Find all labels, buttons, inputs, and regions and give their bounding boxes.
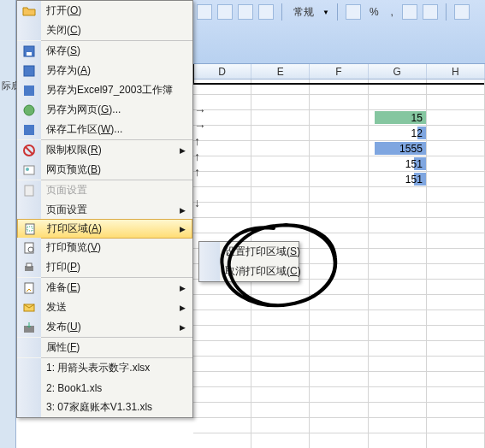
cell[interactable] bbox=[193, 295, 251, 309]
cell[interactable]: 151 bbox=[369, 156, 427, 171]
menu-restrict[interactable]: 限制权限(R)▶ bbox=[17, 140, 192, 160]
cell[interactable] bbox=[427, 264, 485, 279]
cell[interactable] bbox=[369, 295, 427, 309]
cell[interactable] bbox=[193, 418, 251, 433]
cell[interactable] bbox=[251, 387, 310, 402]
cell[interactable] bbox=[251, 295, 310, 309]
cell[interactable] bbox=[251, 80, 310, 94]
cell[interactable] bbox=[427, 156, 485, 171]
toolbar-btn[interactable] bbox=[217, 4, 233, 20]
cell[interactable] bbox=[427, 295, 485, 309]
cell[interactable] bbox=[251, 403, 310, 417]
cell[interactable] bbox=[369, 187, 427, 202]
comma-btn[interactable]: , bbox=[391, 6, 393, 18]
cell[interactable] bbox=[369, 203, 427, 217]
cell[interactable]: 1555 bbox=[369, 141, 427, 156]
cell[interactable] bbox=[369, 326, 427, 340]
cell[interactable] bbox=[310, 403, 368, 417]
menu-page-setup[interactable]: 页面设置▶ bbox=[17, 200, 192, 220]
menu-properties[interactable]: 属性(F) bbox=[17, 338, 192, 357]
cell[interactable] bbox=[310, 156, 368, 171]
number-format-label[interactable]: 常规 bbox=[293, 5, 314, 20]
cell[interactable] bbox=[193, 387, 251, 402]
cell[interactable] bbox=[427, 172, 485, 186]
cell[interactable] bbox=[251, 310, 310, 325]
cell[interactable] bbox=[193, 310, 251, 325]
cell[interactable]: 151 bbox=[369, 172, 427, 186]
cell[interactable] bbox=[369, 280, 427, 294]
cell[interactable] bbox=[310, 126, 368, 140]
column-header[interactable]: F bbox=[310, 64, 368, 79]
cell[interactable] bbox=[369, 233, 427, 248]
cell[interactable] bbox=[427, 203, 485, 217]
menu-send[interactable]: 发送▶ bbox=[17, 298, 192, 317]
cell[interactable] bbox=[427, 387, 485, 402]
menu-close[interactable]: 关闭(C) bbox=[17, 21, 192, 40]
cell[interactable] bbox=[427, 249, 485, 263]
cell[interactable] bbox=[369, 95, 427, 109]
cell[interactable] bbox=[369, 80, 427, 94]
cell[interactable] bbox=[427, 280, 485, 294]
cell[interactable] bbox=[369, 403, 427, 417]
menu-open[interactable]: 打开(O) bbox=[17, 1, 192, 21]
cell[interactable] bbox=[427, 126, 485, 140]
cell[interactable] bbox=[310, 387, 368, 402]
cell[interactable] bbox=[251, 141, 310, 156]
cell[interactable] bbox=[251, 187, 310, 202]
toolbar-btn[interactable] bbox=[423, 4, 438, 20]
cell[interactable] bbox=[427, 418, 485, 433]
cell[interactable] bbox=[427, 110, 485, 125]
cell[interactable] bbox=[310, 141, 368, 156]
cell[interactable] bbox=[427, 341, 485, 356]
cell[interactable] bbox=[427, 403, 485, 417]
cell[interactable] bbox=[310, 357, 368, 371]
toolbar-btn[interactable] bbox=[346, 4, 361, 20]
column-header[interactable]: G bbox=[369, 64, 427, 79]
cell[interactable] bbox=[251, 172, 310, 186]
cell[interactable] bbox=[369, 218, 427, 233]
cell[interactable] bbox=[369, 264, 427, 279]
column-header[interactable]: E bbox=[251, 64, 310, 79]
cell[interactable] bbox=[427, 187, 485, 202]
cell[interactable] bbox=[193, 80, 251, 94]
cell[interactable] bbox=[251, 418, 310, 433]
cell[interactable] bbox=[251, 326, 310, 340]
cell[interactable] bbox=[193, 433, 251, 448]
cell[interactable] bbox=[251, 156, 310, 171]
cell[interactable] bbox=[251, 203, 310, 217]
cell[interactable] bbox=[251, 110, 310, 125]
cell[interactable] bbox=[310, 310, 368, 325]
cell[interactable] bbox=[427, 310, 485, 325]
cell[interactable] bbox=[427, 233, 485, 248]
cell[interactable] bbox=[310, 95, 368, 109]
cell[interactable] bbox=[427, 326, 485, 340]
cell[interactable] bbox=[251, 95, 310, 109]
toolbar-btn[interactable] bbox=[258, 4, 274, 20]
cell[interactable] bbox=[427, 357, 485, 371]
cell[interactable] bbox=[427, 218, 485, 233]
cell[interactable] bbox=[369, 341, 427, 356]
cell[interactable] bbox=[310, 187, 368, 202]
cell[interactable]: 15 bbox=[369, 110, 427, 125]
toolbar-btn[interactable] bbox=[454, 4, 470, 20]
toolbar-btn[interactable] bbox=[238, 4, 253, 20]
cell[interactable]: 12 bbox=[369, 126, 427, 140]
cell[interactable] bbox=[369, 357, 427, 371]
cell[interactable] bbox=[310, 418, 368, 433]
menu-save-workspace[interactable]: 保存工作区(W)... bbox=[17, 120, 192, 139]
cell[interactable] bbox=[251, 357, 310, 371]
percent-btn[interactable]: % bbox=[370, 6, 379, 18]
submenu-clear-print-area[interactable]: 取消打印区域(C) bbox=[199, 262, 299, 281]
menu-web-preview[interactable]: 网页预览(B) bbox=[17, 160, 192, 180]
menu-saveas-web[interactable]: 另存为网页(G)... bbox=[17, 100, 192, 120]
cell[interactable] bbox=[310, 233, 368, 248]
cell[interactable] bbox=[310, 264, 368, 279]
cell[interactable] bbox=[310, 295, 368, 309]
cell[interactable] bbox=[251, 126, 310, 140]
column-header[interactable]: D bbox=[193, 64, 251, 79]
menu-recent-1[interactable]: 1: 用箭头表示数字.xlsx bbox=[17, 358, 192, 378]
menu-publish[interactable]: 发布(U)▶ bbox=[17, 317, 192, 337]
submenu-set-print-area[interactable]: 设置打印区域(S) bbox=[199, 242, 299, 262]
cell[interactable] bbox=[310, 218, 368, 233]
cell[interactable] bbox=[427, 141, 485, 156]
